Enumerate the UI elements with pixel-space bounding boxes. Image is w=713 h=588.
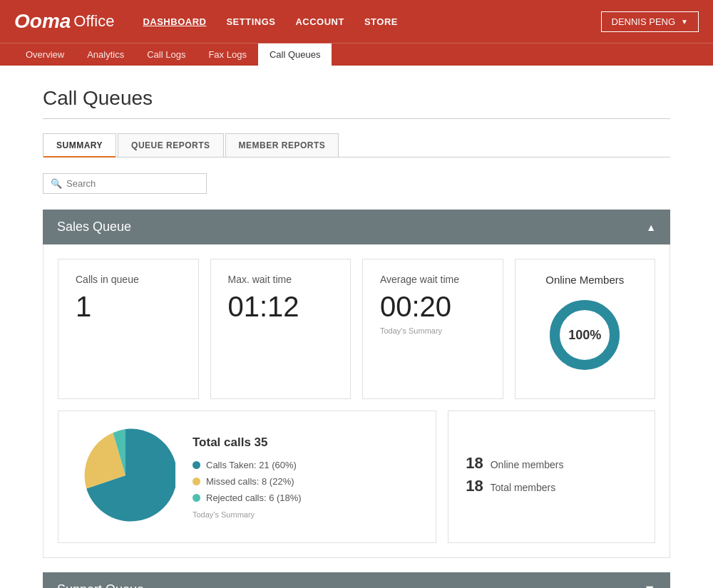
title-divider [43,118,670,119]
legend-item-rejected: Rejected calls: 6 (18%) [193,492,419,503]
page-title: Call Queues [43,87,670,110]
total-label: Total members [490,482,555,493]
max-wait-value: 01:12 [228,292,334,321]
online-members-label: Online Members [545,274,624,286]
tab-bar: SUMMARY QUEUE REPORTS MEMBER REPORTS [43,133,670,158]
avg-wait-value: 00:20 [380,292,486,321]
logo-ooma: Ooma [14,10,71,33]
chart-title: Total calls 35 [193,435,419,450]
legend-label-missed: Missed calls: 8 (22%) [206,476,294,487]
nav-dashboard[interactable]: DASHBOARD [143,16,206,27]
bottom-row: Total calls 35 Calls Taken: 21 (60%) Mis… [58,411,655,543]
sales-queue-header[interactable]: Sales Queue ▲ [43,210,670,244]
top-navigation: Ooma Office DASHBOARD SETTINGS ACCOUNT S… [0,0,713,43]
nav-account[interactable]: ACCOUNT [295,16,344,27]
logo: Ooma Office [14,10,114,33]
search-icon: 🔍 [51,178,62,189]
online-members-count-line: 18 Online members [466,454,637,473]
support-queue-chevron: ▼ [643,582,656,588]
support-queue-header[interactable]: Support Queue ▼ [43,572,670,588]
nav-settings[interactable]: SETTINGS [226,16,275,27]
donut-percent: 100% [568,328,601,343]
subnav-overview[interactable]: Overview [14,43,76,66]
total-count: 18 [466,477,483,495]
avg-wait-card: Average wait time 00:20 Today's Summary [362,259,503,399]
legend-label-rejected: Rejected calls: 6 (18%) [206,492,302,503]
donut-chart: 100% [545,296,624,374]
page-content: Call Queues SUMMARY QUEUE REPORTS MEMBER… [0,66,713,588]
search-input[interactable] [66,178,199,189]
sales-queue-chevron: ▲ [646,222,656,233]
calls-in-queue-label: Calls in queue [76,274,181,285]
max-wait-label: Max. wait time [228,274,334,285]
legend-label-taken: Calls Taken: 21 (60%) [206,460,297,470]
tab-queue-reports[interactable]: QUEUE REPORTS [118,133,224,157]
search-container: 🔍 [43,173,670,194]
calls-in-queue-card: Calls in queue 1 [58,259,199,399]
legend-item-missed: Missed calls: 8 (22%) [193,476,419,487]
online-label: Online members [491,459,564,470]
subnav-fax-logs[interactable]: Fax Logs [197,43,257,66]
max-wait-card: Max. wait time 01:12 [210,259,352,399]
online-members-count-card: 18 Online members 18 Total members [448,411,655,543]
legend-dot-taken [193,461,200,469]
online-members-card: Online Members 100% [515,259,656,399]
calls-in-queue-value: 1 [76,292,181,321]
subnav-call-logs[interactable]: Call Logs [135,43,197,66]
stat-cards-row: Calls in queue 1 Max. wait time 01:12 Av… [58,259,655,399]
pie-chart-card: Total calls 35 Calls Taken: 21 (60%) Mis… [58,411,436,543]
sales-queue-title: Sales Queue [57,220,131,234]
logo-office: Office [73,12,114,31]
sub-navigation: Overview Analytics Call Logs Fax Logs Ca… [0,43,713,66]
tab-summary[interactable]: SUMMARY [43,133,116,158]
sales-queue-section: Sales Queue ▲ Calls in queue 1 Max. wait… [43,210,670,558]
legend-dot-missed [193,478,200,485]
pie-chart [76,425,175,528]
subnav-call-queues[interactable]: Call Queues [258,43,332,66]
chart-info: Total calls 35 Calls Taken: 21 (60%) Mis… [193,435,419,519]
user-menu-button[interactable]: DENNIS PENG ▼ [601,11,699,32]
chart-sub: Today's Summary [193,510,419,519]
sales-queue-body: Calls in queue 1 Max. wait time 01:12 Av… [43,244,670,558]
support-queue-title: Support Queue [57,582,144,588]
avg-wait-label: Average wait time [380,274,486,285]
nav-store[interactable]: STORE [364,16,398,27]
total-members-count-line: 18 Total members [466,477,637,495]
tab-member-reports[interactable]: MEMBER REPORTS [225,133,339,157]
subnav-analytics[interactable]: Analytics [76,43,135,66]
legend-item-taken: Calls Taken: 21 (60%) [193,460,419,470]
online-count: 18 [466,454,483,472]
avg-wait-sub: Today's Summary [380,326,486,335]
user-name-label: DENNIS PENG [612,16,676,27]
search-box: 🔍 [43,173,207,194]
support-queue-section: Support Queue ▼ [43,572,670,588]
legend-dot-rejected [193,494,200,502]
main-nav: DASHBOARD SETTINGS ACCOUNT STORE [143,16,600,27]
caret-icon: ▼ [681,18,688,26]
